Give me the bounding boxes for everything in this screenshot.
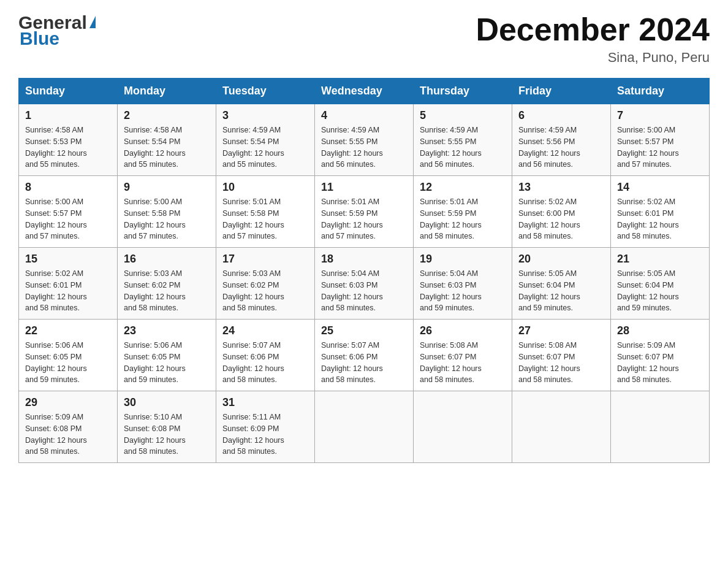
- calendar-cell: 19 Sunrise: 5:04 AM Sunset: 6:03 PM Dayl…: [414, 248, 512, 320]
- day-info: Sunrise: 4:58 AM Sunset: 5:53 PM Dayligh…: [25, 124, 111, 170]
- calendar-cell: 12 Sunrise: 5:01 AM Sunset: 5:59 PM Dayl…: [414, 176, 512, 248]
- day-info: Sunrise: 5:04 AM Sunset: 6:03 PM Dayligh…: [321, 268, 407, 314]
- day-number: 23: [124, 324, 210, 337]
- calendar-cell: 29 Sunrise: 5:09 AM Sunset: 6:08 PM Dayl…: [19, 391, 118, 463]
- day-number: 7: [617, 109, 703, 122]
- calendar-cell: 17 Sunrise: 5:03 AM Sunset: 6:02 PM Dayl…: [216, 248, 315, 320]
- month-title: December 2024: [476, 12, 710, 47]
- day-info: Sunrise: 5:04 AM Sunset: 6:03 PM Dayligh…: [420, 268, 506, 314]
- calendar-cell: 1 Sunrise: 4:58 AM Sunset: 5:53 PM Dayli…: [19, 104, 118, 176]
- day-info: Sunrise: 5:11 AM Sunset: 6:09 PM Dayligh…: [222, 412, 308, 458]
- calendar-cell: [414, 391, 512, 463]
- logo-blue-text: Blue: [18, 28, 59, 49]
- week-row-5: 29 Sunrise: 5:09 AM Sunset: 6:08 PM Dayl…: [19, 391, 710, 463]
- day-number: 8: [25, 181, 111, 194]
- calendar-cell: [611, 391, 710, 463]
- calendar-cell: 20 Sunrise: 5:05 AM Sunset: 6:04 PM Dayl…: [512, 248, 611, 320]
- col-tuesday: Tuesday: [216, 79, 315, 104]
- calendar-cell: 21 Sunrise: 5:05 AM Sunset: 6:04 PM Dayl…: [611, 248, 710, 320]
- day-info: Sunrise: 5:09 AM Sunset: 6:08 PM Dayligh…: [25, 412, 111, 458]
- day-info: Sunrise: 5:02 AM Sunset: 6:00 PM Dayligh…: [518, 196, 604, 242]
- calendar-cell: 31 Sunrise: 5:11 AM Sunset: 6:09 PM Dayl…: [216, 391, 315, 463]
- calendar-cell: 24 Sunrise: 5:07 AM Sunset: 6:06 PM Dayl…: [216, 320, 315, 391]
- calendar-cell: 30 Sunrise: 5:10 AM Sunset: 6:08 PM Dayl…: [118, 391, 216, 463]
- day-number: 14: [617, 181, 703, 194]
- week-row-4: 22 Sunrise: 5:06 AM Sunset: 6:05 PM Dayl…: [19, 320, 710, 391]
- week-row-3: 15 Sunrise: 5:02 AM Sunset: 6:01 PM Dayl…: [19, 248, 710, 320]
- day-number: 18: [321, 253, 407, 266]
- calendar-cell: 26 Sunrise: 5:08 AM Sunset: 6:07 PM Dayl…: [414, 320, 512, 391]
- day-info: Sunrise: 5:07 AM Sunset: 6:06 PM Dayligh…: [321, 340, 407, 386]
- logo-triangle-icon: [89, 16, 96, 28]
- day-info: Sunrise: 4:59 AM Sunset: 5:56 PM Dayligh…: [518, 124, 604, 170]
- day-info: Sunrise: 5:00 AM Sunset: 5:58 PM Dayligh…: [124, 196, 210, 242]
- calendar-cell: 9 Sunrise: 5:00 AM Sunset: 5:58 PM Dayli…: [118, 176, 216, 248]
- day-info: Sunrise: 5:10 AM Sunset: 6:08 PM Dayligh…: [124, 412, 210, 458]
- calendar-cell: 14 Sunrise: 5:02 AM Sunset: 6:01 PM Dayl…: [611, 176, 710, 248]
- calendar-cell: 2 Sunrise: 4:58 AM Sunset: 5:54 PM Dayli…: [118, 104, 216, 176]
- calendar-cell: 11 Sunrise: 5:01 AM Sunset: 5:59 PM Dayl…: [315, 176, 414, 248]
- day-info: Sunrise: 5:01 AM Sunset: 5:59 PM Dayligh…: [420, 196, 506, 242]
- day-info: Sunrise: 5:01 AM Sunset: 5:58 PM Dayligh…: [222, 196, 308, 242]
- day-number: 11: [321, 181, 407, 194]
- day-number: 2: [124, 109, 210, 122]
- day-number: 17: [222, 253, 308, 266]
- day-number: 5: [420, 109, 506, 122]
- day-number: 22: [25, 324, 111, 337]
- day-number: 3: [222, 109, 308, 122]
- calendar-cell: [315, 391, 414, 463]
- day-number: 19: [420, 253, 506, 266]
- day-number: 31: [222, 396, 308, 409]
- col-wednesday: Wednesday: [315, 79, 414, 104]
- logo: General Blue: [18, 12, 96, 49]
- day-info: Sunrise: 4:59 AM Sunset: 5:54 PM Dayligh…: [222, 124, 308, 170]
- title-area: December 2024 Sina, Puno, Peru: [476, 12, 710, 66]
- calendar-cell: 4 Sunrise: 4:59 AM Sunset: 5:55 PM Dayli…: [315, 104, 414, 176]
- day-info: Sunrise: 5:02 AM Sunset: 6:01 PM Dayligh…: [617, 196, 703, 242]
- day-info: Sunrise: 4:58 AM Sunset: 5:54 PM Dayligh…: [124, 124, 210, 170]
- calendar-cell: 27 Sunrise: 5:08 AM Sunset: 6:07 PM Dayl…: [512, 320, 611, 391]
- calendar-cell: 18 Sunrise: 5:04 AM Sunset: 6:03 PM Dayl…: [315, 248, 414, 320]
- day-number: 1: [25, 109, 111, 122]
- calendar-cell: 16 Sunrise: 5:03 AM Sunset: 6:02 PM Dayl…: [118, 248, 216, 320]
- calendar-cell: 13 Sunrise: 5:02 AM Sunset: 6:00 PM Dayl…: [512, 176, 611, 248]
- day-number: 9: [124, 181, 210, 194]
- day-number: 16: [124, 253, 210, 266]
- day-number: 10: [222, 181, 308, 194]
- day-number: 12: [420, 181, 506, 194]
- calendar-cell: 10 Sunrise: 5:01 AM Sunset: 5:58 PM Dayl…: [216, 176, 315, 248]
- day-number: 27: [518, 324, 604, 337]
- location: Sina, Puno, Peru: [476, 50, 710, 66]
- page-header: General Blue December 2024 Sina, Puno, P…: [18, 12, 710, 66]
- col-thursday: Thursday: [414, 79, 512, 104]
- week-row-1: 1 Sunrise: 4:58 AM Sunset: 5:53 PM Dayli…: [19, 104, 710, 176]
- day-number: 26: [420, 324, 506, 337]
- calendar-table: Sunday Monday Tuesday Wednesday Thursday…: [18, 78, 710, 463]
- day-info: Sunrise: 5:02 AM Sunset: 6:01 PM Dayligh…: [25, 268, 111, 314]
- day-number: 29: [25, 396, 111, 409]
- calendar-cell: 5 Sunrise: 4:59 AM Sunset: 5:55 PM Dayli…: [414, 104, 512, 176]
- calendar-cell: 23 Sunrise: 5:06 AM Sunset: 6:05 PM Dayl…: [118, 320, 216, 391]
- calendar-cell: 7 Sunrise: 5:00 AM Sunset: 5:57 PM Dayli…: [611, 104, 710, 176]
- day-info: Sunrise: 5:08 AM Sunset: 6:07 PM Dayligh…: [420, 340, 506, 386]
- col-monday: Monday: [118, 79, 216, 104]
- day-info: Sunrise: 5:05 AM Sunset: 6:04 PM Dayligh…: [617, 268, 703, 314]
- day-number: 24: [222, 324, 308, 337]
- col-saturday: Saturday: [611, 79, 710, 104]
- day-info: Sunrise: 4:59 AM Sunset: 5:55 PM Dayligh…: [420, 124, 506, 170]
- calendar-cell: 22 Sunrise: 5:06 AM Sunset: 6:05 PM Dayl…: [19, 320, 118, 391]
- calendar-header-row: Sunday Monday Tuesday Wednesday Thursday…: [19, 79, 710, 104]
- day-info: Sunrise: 5:07 AM Sunset: 6:06 PM Dayligh…: [222, 340, 308, 386]
- day-number: 6: [518, 109, 604, 122]
- day-info: Sunrise: 5:06 AM Sunset: 6:05 PM Dayligh…: [124, 340, 210, 386]
- day-number: 15: [25, 253, 111, 266]
- day-number: 21: [617, 253, 703, 266]
- day-number: 13: [518, 181, 604, 194]
- day-info: Sunrise: 4:59 AM Sunset: 5:55 PM Dayligh…: [321, 124, 407, 170]
- week-row-2: 8 Sunrise: 5:00 AM Sunset: 5:57 PM Dayli…: [19, 176, 710, 248]
- day-info: Sunrise: 5:05 AM Sunset: 6:04 PM Dayligh…: [518, 268, 604, 314]
- day-number: 30: [124, 396, 210, 409]
- day-info: Sunrise: 5:00 AM Sunset: 5:57 PM Dayligh…: [25, 196, 111, 242]
- calendar-cell: 28 Sunrise: 5:09 AM Sunset: 6:07 PM Dayl…: [611, 320, 710, 391]
- calendar-cell: 8 Sunrise: 5:00 AM Sunset: 5:57 PM Dayli…: [19, 176, 118, 248]
